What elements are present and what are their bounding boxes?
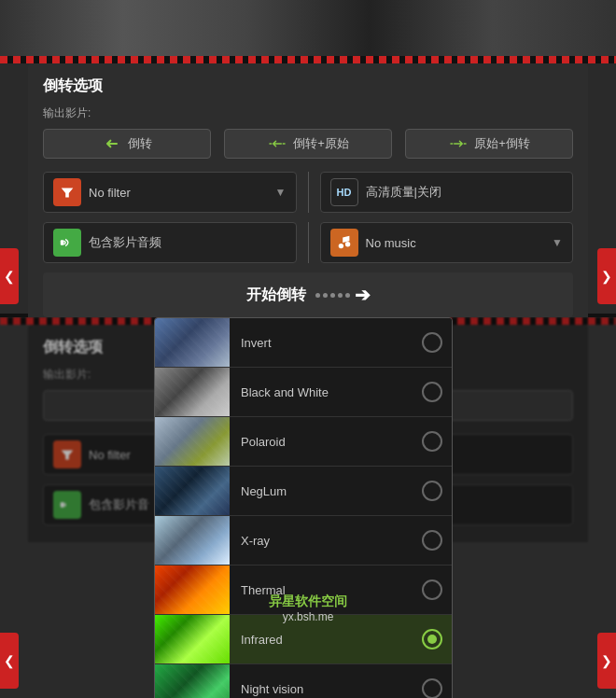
- mode-reverse[interactable]: 倒转: [43, 129, 211, 159]
- dot2: [323, 293, 328, 298]
- start-button[interactable]: 开始倒转 ➔: [43, 272, 573, 317]
- filter-radio-bw: [422, 382, 442, 402]
- filter-radio-xray: [422, 530, 442, 551]
- filter-thumb-bw: [155, 368, 230, 416]
- bottom-side-arrow-right[interactable]: ❯: [597, 633, 616, 689]
- filter-item-night_vision[interactable]: Night vision: [155, 664, 452, 698]
- mode-original-reverse-label: 原始+倒转: [474, 135, 530, 152]
- svg-rect-3: [61, 502, 64, 507]
- filter-name-xray: X-ray: [230, 534, 422, 548]
- arrow-dots: ➔: [315, 284, 371, 306]
- svg-point-1: [338, 244, 343, 248]
- top-panel: 倒转选项 输出影片: 倒转 倒转: [0, 0, 616, 317]
- music-box[interactable]: No music ▼: [320, 222, 574, 263]
- audio-label: 包含影片音频: [89, 234, 287, 251]
- reverse-icon: [102, 135, 122, 152]
- reverse-original-icon: [267, 135, 287, 152]
- bottom-audio-icon: [53, 491, 81, 519]
- filter-arrow: ▼: [275, 186, 287, 199]
- filter-box[interactable]: No filter ▼: [43, 172, 297, 213]
- filter-radio-infrared: [422, 629, 442, 649]
- filter-label: No filter: [89, 186, 268, 200]
- filter-radio-neglum: [422, 481, 442, 501]
- filter-thumb-neglum: [155, 467, 230, 515]
- arrow-right-icon: ➔: [355, 284, 371, 306]
- dropdown-items: InvertBlack and WhitePolaroidNegLumX-ray…: [155, 318, 452, 698]
- filter-name-invert: Invert: [230, 336, 422, 350]
- filter-name-night_vision: Night vision: [230, 682, 422, 696]
- filter-quality-row: No filter ▼ HD 高清质量|关闭: [43, 172, 573, 213]
- side-arrow-right[interactable]: ❯: [597, 248, 616, 304]
- filter-name-infrared: Infrared: [230, 633, 422, 647]
- mode-original-reverse[interactable]: 原始+倒转: [405, 129, 573, 159]
- audio-box[interactable]: 包含影片音频: [43, 222, 297, 263]
- filter-radio-polaroid: [422, 431, 442, 452]
- mode-reverse-original[interactable]: 倒转+原始: [224, 129, 392, 159]
- filter-radio-thermal: [422, 579, 442, 600]
- filter-thumb-invert: [155, 318, 230, 367]
- filter-name-bw: Black and White: [230, 385, 422, 399]
- filter-thumb-thermal: [155, 565, 230, 614]
- dot1: [315, 293, 320, 298]
- side-arrow-left[interactable]: ❮: [0, 248, 19, 304]
- mode-reverse-label: 倒转: [128, 135, 152, 152]
- svg-rect-0: [61, 240, 64, 244]
- video-preview: [0, 0, 616, 56]
- audio-music-row: 包含影片音频 No music ▼: [43, 222, 573, 263]
- bottom-panel: 倒转选项 输出影片: ↩ 倒转 No filter: [0, 317, 616, 698]
- filter-name-neglum: NegLum: [230, 484, 422, 498]
- dot3: [330, 293, 335, 298]
- filter-icon: [53, 178, 81, 206]
- watermark-line2: yx.bsh.me: [269, 610, 347, 623]
- filter-item-invert[interactable]: Invert: [155, 318, 452, 368]
- filter-item-neglum[interactable]: NegLum: [155, 467, 452, 516]
- filter-radio-night_vision: [422, 678, 442, 698]
- filter-item-xray[interactable]: X-ray: [155, 516, 452, 565]
- filter-radio-invert: [422, 332, 442, 353]
- row-separator: [308, 172, 309, 213]
- panel-inner: 倒转选项 输出影片: 倒转 倒转: [28, 63, 588, 330]
- watermark-line1: 异星软件空间: [269, 593, 347, 610]
- output-modes: 倒转 倒转+原始: [43, 129, 573, 159]
- section-title: 倒转选项: [43, 77, 573, 96]
- filter-thumb-infrared: [155, 615, 230, 663]
- filter-item-polaroid[interactable]: Polaroid: [155, 417, 452, 467]
- music-label: No music: [366, 236, 545, 250]
- watermark: 异星软件空间 yx.bsh.me: [269, 593, 347, 623]
- bottom-side-arrow-left[interactable]: ❮: [0, 633, 19, 689]
- hd-icon: HD: [330, 178, 358, 206]
- original-reverse-icon: [448, 135, 469, 152]
- filter-item-bw[interactable]: Black and White: [155, 368, 452, 417]
- filter-thumb-xray: [155, 516, 230, 565]
- filter-thumb-polaroid: [155, 417, 230, 466]
- music-icon: [330, 229, 358, 257]
- mode-reverse-original-label: 倒转+原始: [293, 135, 349, 152]
- dot5: [345, 293, 350, 298]
- filter-name-polaroid: Polaroid: [230, 435, 422, 449]
- filter-thumb-night_vision: [155, 664, 230, 698]
- output-label: 输出影片:: [43, 105, 573, 121]
- audio-icon: [53, 229, 81, 257]
- row-separator2: [308, 222, 309, 263]
- start-button-label: 开始倒转: [246, 286, 306, 305]
- hd-label-text: HD: [337, 187, 352, 198]
- top-stripe: [0, 56, 616, 63]
- dot4: [338, 293, 343, 298]
- quality-label: 高清质量|关闭: [366, 184, 564, 201]
- bottom-filter-icon: [53, 440, 81, 468]
- quality-box[interactable]: HD 高清质量|关闭: [320, 172, 574, 213]
- svg-point-2: [344, 242, 349, 246]
- filter-dropdown[interactable]: InvertBlack and WhitePolaroidNegLumX-ray…: [154, 317, 453, 698]
- music-arrow: ▼: [552, 236, 563, 249]
